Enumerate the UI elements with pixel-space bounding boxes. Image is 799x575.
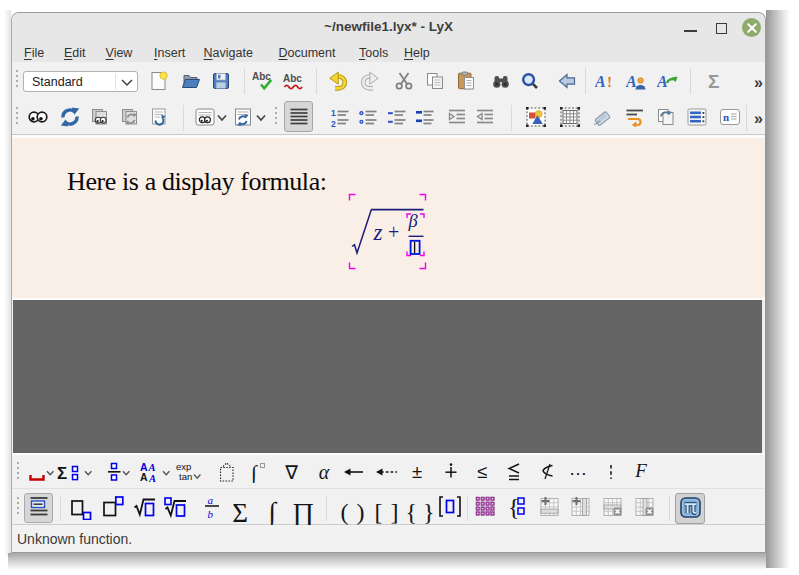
svg-text:Abc: Abc — [252, 71, 271, 82]
svg-text:A: A — [626, 73, 637, 90]
svg-text:+: + — [388, 221, 399, 243]
svg-text:n: n — [723, 110, 729, 122]
svg-text:A: A — [657, 73, 668, 90]
svg-text:1: 1 — [331, 107, 336, 117]
svg-text:Abc: Abc — [283, 73, 302, 84]
svg-text:Σ: Σ — [57, 463, 67, 482]
svg-text:!: ! — [607, 74, 612, 90]
svg-text:A: A — [148, 462, 156, 473]
svg-text:∫: ∫ — [249, 461, 258, 483]
svg-text:A: A — [140, 471, 148, 482]
svg-text:tan: tan — [179, 471, 192, 482]
svg-text:A: A — [595, 73, 606, 90]
svg-text:a: a — [207, 494, 213, 506]
svg-text:2: 2 — [331, 118, 336, 127]
svg-text:z: z — [373, 220, 383, 245]
svg-text:b: b — [207, 508, 213, 520]
svg-text:A: A — [148, 472, 156, 482]
svg-text:β: β — [408, 211, 419, 231]
svg-text:Σ: Σ — [708, 71, 719, 92]
